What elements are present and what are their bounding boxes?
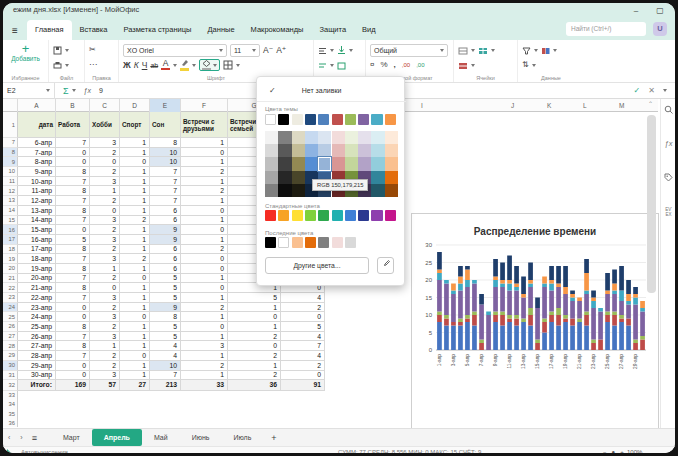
cell[interactable]: 15-апр [18, 225, 56, 235]
cell[interactable]: 6 [150, 264, 181, 274]
add-sheet-button[interactable]: + [263, 433, 284, 443]
theme-shade-swatch[interactable] [332, 131, 345, 144]
cell[interactable]: 169 [56, 380, 90, 391]
scroll-up-icon[interactable]: ⌃ [648, 100, 653, 107]
cell[interactable]: 4 [150, 351, 181, 361]
number-format-select[interactable]: Общий [370, 44, 448, 57]
borders-caret[interactable] [236, 64, 240, 67]
theme-shade-swatch[interactable] [305, 144, 318, 157]
selected-shade-swatch[interactable] [318, 157, 331, 170]
cell[interactable]: 30-апр [18, 371, 56, 381]
cell[interactable]: 2 [228, 332, 281, 342]
comma-format-icon[interactable]: , [394, 60, 396, 70]
cell[interactable]: 0 [56, 303, 90, 313]
cell[interactable]: 0 [228, 341, 281, 351]
theme-color-swatch[interactable] [345, 114, 356, 125]
recent-color-swatch[interactable] [265, 237, 276, 248]
cancel-x-icon[interactable]: ✕ [648, 86, 655, 95]
cell[interactable]: 1 [228, 322, 281, 332]
cell[interactable]: 21-апр [18, 283, 56, 293]
menu-tab-6[interactable]: Защита [312, 20, 355, 40]
cell[interactable]: 11-апр [18, 186, 56, 196]
theme-shade-swatch[interactable] [292, 157, 305, 170]
format-table-caret[interactable] [491, 49, 495, 52]
theme-shade-swatch[interactable] [265, 144, 278, 157]
wrap-caret[interactable] [330, 64, 334, 67]
delete-cells-icon[interactable] [458, 56, 468, 74]
theme-color-swatch[interactable] [318, 114, 329, 125]
column-header-E[interactable]: E [150, 99, 181, 112]
search-input[interactable]: Найти (Ctrl+/) [566, 22, 646, 36]
standard-color-swatch[interactable] [278, 210, 289, 221]
cell[interactable]: 1 [228, 361, 281, 371]
standard-color-swatch[interactable] [371, 210, 382, 221]
align-caret[interactable] [330, 49, 334, 52]
theme-shade-swatch[interactable] [265, 184, 278, 197]
cell[interactable]: 8 [56, 186, 90, 196]
row-header-19[interactable]: 19 [3, 254, 18, 264]
currency-format-icon[interactable]: ¤ [370, 60, 374, 70]
row-header-32[interactable]: 32 [3, 380, 18, 391]
row-header-35[interactable]: 35 [3, 409, 18, 418]
cell[interactable]: 17-апр [18, 245, 56, 255]
theme-shade-swatch[interactable] [305, 157, 318, 170]
cell[interactable]: 1 [120, 235, 150, 245]
recent-color-swatch[interactable] [332, 237, 343, 248]
cell[interactable]: 7 [56, 138, 90, 148]
eyedropper-button[interactable] [377, 257, 394, 274]
cell[interactable]: 1 [120, 206, 150, 216]
row-header-12[interactable]: 12 [3, 186, 18, 196]
theme-shade-swatch[interactable] [292, 184, 305, 197]
cell[interactable]: Работа [56, 112, 90, 138]
cell[interactable]: 2 [90, 322, 120, 332]
functions-panel-icon[interactable]: ƒx [663, 139, 674, 148]
theme-shade-swatch[interactable] [332, 157, 345, 170]
menu-tab-1[interactable]: Главная [27, 20, 72, 40]
insert-cells-caret[interactable] [471, 49, 475, 52]
cell[interactable]: 1 [181, 274, 228, 284]
cell[interactable]: 2 [90, 225, 120, 235]
recent-color-swatch[interactable] [292, 237, 303, 248]
cell[interactable]: 25-апр [18, 322, 56, 332]
row-header-11[interactable]: 11 [3, 177, 18, 187]
theme-color-swatch[interactable] [265, 114, 276, 125]
sigma-caret[interactable] [72, 89, 76, 92]
cell[interactable]: 7-апр [18, 148, 56, 158]
theme-shade-swatch[interactable] [278, 171, 291, 184]
sheet-tab-Май[interactable]: Май [142, 429, 180, 446]
cell[interactable]: 6-апр [18, 138, 56, 148]
theme-shade-swatch[interactable] [371, 157, 384, 170]
tab-scroll-left-icon[interactable]: ‹ [3, 434, 15, 441]
standard-color-swatch[interactable] [385, 210, 396, 221]
highlight-color-button[interactable] [180, 59, 189, 71]
column-header-D[interactable]: D [120, 99, 150, 112]
cell[interactable]: 1 [181, 216, 228, 226]
cell[interactable]: 20-апр [18, 274, 56, 284]
print-icon[interactable] [53, 56, 62, 74]
cell[interactable]: 7 [150, 177, 181, 187]
hamburger-menu-icon[interactable]: ≡ [3, 22, 27, 40]
percent-format-icon[interactable]: % [380, 60, 387, 70]
cell[interactable]: 0 [181, 225, 228, 235]
highlight-color-caret[interactable] [192, 64, 196, 67]
cell[interactable]: 1 [181, 351, 228, 361]
theme-shade-swatch[interactable] [371, 184, 384, 197]
cell[interactable]: 27-апр [18, 341, 56, 351]
cell[interactable]: 1 [120, 186, 150, 196]
cell[interactable]: 3 [90, 293, 120, 303]
cell[interactable]: 2 [90, 167, 120, 177]
minimize-button[interactable]: – [631, 6, 641, 15]
row-header-13[interactable]: 13 [3, 196, 18, 206]
row-header-24[interactable]: 24 [3, 303, 18, 313]
cell[interactable]: 1 [120, 225, 150, 235]
sum-sigma-icon[interactable]: Σ [63, 86, 69, 96]
merge-cells-icon[interactable] [337, 56, 346, 74]
fill-color-caret[interactable] [213, 64, 217, 67]
column-header-A[interactable]: A [18, 99, 56, 112]
zoom-controls[interactable]: − ● + 100% [603, 449, 642, 453]
cell[interactable]: 0 [120, 157, 150, 167]
theme-shade-swatch[interactable] [371, 131, 384, 144]
theme-shade-swatch[interactable] [358, 144, 371, 157]
theme-shade-swatch[interactable] [385, 131, 398, 144]
row-header-21[interactable]: 21 [3, 274, 18, 284]
